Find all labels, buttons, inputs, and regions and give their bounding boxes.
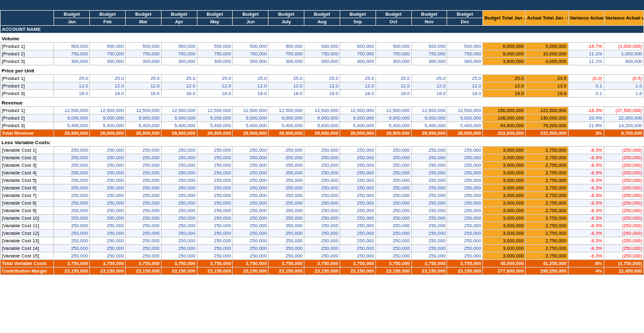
value-cell: 250,000 (233, 245, 269, 252)
account-name-cell: [Product 3] (1, 58, 54, 65)
month-jun: Jun (233, 18, 269, 26)
value-cell: 250,000 (54, 177, 90, 184)
value-cell: 250,000 (233, 147, 269, 154)
value-cell: 250,000 (90, 200, 126, 207)
value-cell: 250,000 (447, 230, 483, 237)
value-cell: 250,000 (269, 237, 304, 245)
value-cell: 18.0 (90, 90, 126, 98)
account-name-cell: [Variable Cost 12] (1, 230, 54, 237)
value-cell: 250,000 (304, 230, 340, 237)
value-cell: 250,000 (269, 177, 304, 184)
value-cell: 250,000 (197, 230, 233, 237)
account-name-cell: [Variable Cost 8] (1, 200, 54, 207)
value-cell: 500,000 (54, 43, 90, 50)
value-cell: 250,000 (233, 184, 269, 192)
budget-label-oct: Budget (375, 11, 411, 18)
var-pct-cell: -16.7% (568, 43, 604, 50)
value-cell: 250,000 (90, 252, 126, 260)
total-row: Total Variable Costs3,750,0003,750,0003,… (1, 260, 644, 268)
var-dollar-cell: (250,000) (604, 230, 643, 237)
data-row: [Variable Cost 9]250,000250,000250,00025… (1, 207, 644, 215)
value-cell: 250,000 (375, 184, 411, 192)
value-cell: 250,000 (269, 207, 304, 215)
value-cell: 18.0 (447, 90, 483, 98)
var-pct-cell: 0.1 (568, 90, 604, 98)
value-cell: 250,000 (304, 207, 340, 215)
budget-label-apr: Budget (161, 11, 197, 18)
value-cell: 250,000 (411, 222, 447, 230)
value-cell: 250,000 (269, 169, 304, 177)
value-cell: 25.0 (340, 75, 375, 82)
data-row: [Product 3]18.018.018.018.018.018.018.01… (1, 90, 644, 98)
value-cell: 750,000 (375, 50, 411, 58)
value-cell: 250,000 (197, 200, 233, 207)
value-cell: 250,000 (90, 184, 126, 192)
value-cell: 250,000 (340, 215, 375, 222)
var-dollar-cell: (0.5) (604, 75, 643, 82)
var-pct-cell: -8.3% (568, 230, 604, 237)
value-cell: 12,500,000 (340, 107, 375, 115)
data-row: [Product 2]750,000750,000750,000750,0007… (1, 50, 644, 58)
section-label: Revenue (1, 98, 644, 107)
value-cell: 25.0 (304, 75, 340, 82)
col-account-header (1, 11, 54, 26)
value-cell: 250,000 (90, 162, 126, 169)
account-name-cell: [Product 2] (1, 50, 54, 58)
value-cell: 250,000 (197, 177, 233, 184)
value-cell: 250,000 (197, 184, 233, 192)
month-may: May (197, 18, 233, 26)
actual-total-cell: 4,000,000 (525, 58, 568, 65)
value-cell: 250,000 (125, 245, 161, 252)
total-value-cell: 26,900,000 (125, 130, 161, 137)
total-value-cell: 23,150,000 (233, 268, 269, 275)
actual-total-cell: 2,750,000 (525, 200, 568, 207)
value-cell: 500,000 (411, 43, 447, 50)
value-cell: 250,000 (411, 192, 447, 200)
data-row: [Product 1]12,500,00012,500,00012,500,00… (1, 107, 644, 115)
actual-total-cell: 2,750,000 (525, 184, 568, 192)
value-cell: 250,000 (375, 177, 411, 184)
value-cell: 250,000 (125, 192, 161, 200)
value-cell: 250,000 (90, 237, 126, 245)
value-cell: 5,400,000 (161, 122, 197, 130)
value-cell: 9,000,000 (411, 115, 447, 122)
var-pct-header: Variance Actual vs Budget % (568, 11, 604, 26)
budget-label-jun: Budget (233, 11, 269, 18)
total-value-cell: 3,750,000 (411, 260, 447, 268)
value-cell: 250,000 (233, 154, 269, 162)
value-cell: 9,000,000 (161, 115, 197, 122)
value-cell: 250,000 (90, 207, 126, 215)
value-cell: 250,000 (54, 154, 90, 162)
value-cell: 750,000 (125, 50, 161, 58)
value-cell: 9,000,000 (304, 115, 340, 122)
value-cell: 750,000 (90, 50, 126, 58)
value-cell: 250,000 (269, 192, 304, 200)
value-cell: 300,000 (233, 58, 269, 65)
total-name-cell: Total Revenue (1, 130, 54, 137)
value-cell: 12,500,000 (269, 107, 304, 115)
value-cell: 250,000 (125, 215, 161, 222)
value-cell: 5,400,000 (125, 122, 161, 130)
total-name-cell: Contribution Margin (1, 268, 54, 275)
actual-total-cell: 2,750,000 (525, 177, 568, 184)
value-cell: 5,400,000 (340, 122, 375, 130)
value-cell: 300,000 (269, 58, 304, 65)
month-jul: July (269, 18, 304, 26)
value-cell: 250,000 (340, 237, 375, 245)
total-value-cell: 23,150,000 (125, 268, 161, 275)
actual-total-cell: 2,750,000 (525, 192, 568, 200)
value-cell: 250,000 (161, 192, 197, 200)
total-value-cell: 23,150,000 (447, 268, 483, 275)
total-value-cell: 3,750,000 (125, 260, 161, 268)
data-row: [Variable Cost 13]250,000250,000250,0002… (1, 237, 644, 245)
total-value-cell: 26,900,000 (233, 130, 269, 137)
value-cell: 12,500,000 (411, 107, 447, 115)
total-value-cell: 3,750,000 (304, 260, 340, 268)
value-cell: 12,500,000 (125, 107, 161, 115)
actual-total-cell: 2,750,000 (525, 162, 568, 169)
account-name-cell: [Variable Cost 3] (1, 162, 54, 169)
account-name-cell: [Variable Cost 6] (1, 184, 54, 192)
value-cell: 250,000 (233, 252, 269, 260)
month-aug: Aug (304, 18, 340, 26)
value-cell: 250,000 (411, 245, 447, 252)
